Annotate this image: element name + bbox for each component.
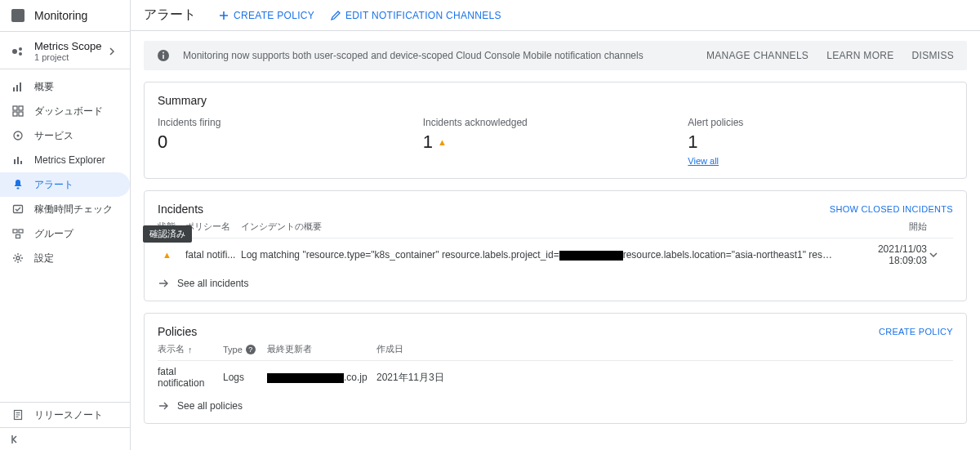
- redacted-text: [267, 373, 344, 383]
- overview-icon: [11, 81, 24, 92]
- pencil-icon: [331, 11, 341, 20]
- state-tooltip: 確認済み: [143, 225, 192, 243]
- incident-summary: Log matching "resource.type="k8s_contain…: [241, 249, 837, 261]
- policies-table-header: 表示名↑ Type? 最終更新者 作成日: [158, 338, 953, 361]
- groups-icon: [11, 228, 24, 239]
- nav-label: ダッシュボード: [34, 105, 103, 118]
- svg-rect-15: [17, 188, 20, 189]
- sidebar-item-alerting[interactable]: アラート: [0, 172, 130, 197]
- see-all-incidents-link[interactable]: See all incidents: [158, 271, 953, 289]
- svg-rect-23: [163, 55, 164, 59]
- learn-more-link[interactable]: LEARN MORE: [826, 50, 893, 61]
- nav-label: 概要: [34, 80, 54, 94]
- nav-label: 設定: [34, 252, 54, 265]
- sidebar: Monitoring Metrics Scope 1 project 概要 ダッ…: [0, 0, 131, 450]
- nav-label: アラート: [34, 178, 74, 192]
- gear-icon: [11, 252, 24, 264]
- svg-rect-7: [19, 106, 23, 110]
- page-toolbar: アラート CREATE POLICY EDIT NOTIFICATION CHA…: [131, 0, 980, 31]
- svg-point-11: [17, 135, 20, 137]
- incidents-table-header: 状態 ポリシー名 インシデントの概要 開始: [158, 216, 953, 238]
- warning-icon: ▲: [438, 137, 447, 147]
- sidebar-item-overview[interactable]: 概要: [0, 74, 130, 99]
- incident-policy-name: fatal notifi...: [185, 249, 241, 261]
- product-header: Monitoring: [0, 0, 130, 31]
- scope-subtitle: 1 project: [34, 52, 101, 62]
- svg-point-1: [19, 47, 22, 51]
- svg-rect-9: [19, 112, 23, 116]
- uptime-icon: [11, 203, 24, 215]
- chevron-right-icon: [105, 45, 118, 58]
- sort-asc-icon[interactable]: ↑: [188, 345, 193, 354]
- warning-icon: ▲: [163, 250, 172, 260]
- stat-incidents-acknowledged: Incidents acknowledged 1▲: [423, 117, 688, 167]
- policies-title: Policies: [158, 325, 197, 338]
- banner-message: Monitoring now supports both user-scoped…: [183, 50, 644, 61]
- policy-row[interactable]: fatal notification Logs .co.jp 2021年11月3…: [158, 361, 953, 394]
- svg-rect-12: [14, 159, 16, 164]
- svg-rect-8: [13, 112, 17, 116]
- incident-row[interactable]: ▲ fatal notifi... Log matching "resource…: [158, 238, 953, 271]
- svg-point-24: [163, 52, 164, 54]
- nav-label: サービス: [34, 129, 74, 143]
- product-name: Monitoring: [34, 9, 87, 22]
- nav: 概要 ダッシュボード サービス Metrics Explorer アラート 稼働…: [0, 69, 130, 270]
- collapse-sidebar-button[interactable]: [5, 430, 24, 449]
- policy-modifier: .co.jp: [267, 372, 376, 383]
- policies-card: Policies CREATE POLICY 表示名↑ Type? 最終更新者 …: [144, 313, 967, 424]
- help-icon[interactable]: ?: [246, 345, 256, 354]
- page-title: アラート: [144, 7, 196, 24]
- plus-icon: [219, 11, 229, 20]
- svg-point-0: [12, 49, 17, 54]
- svg-rect-13: [17, 157, 19, 164]
- sidebar-item-release-notes[interactable]: リリースノート: [0, 403, 130, 427]
- sidebar-item-settings[interactable]: 設定: [0, 246, 130, 270]
- dashboard-icon: [11, 105, 24, 117]
- stat-alert-policies: Alert policies 1 View all: [688, 117, 953, 167]
- nav-label: リリースノート: [34, 408, 103, 422]
- monitoring-logo-icon: [11, 9, 24, 22]
- svg-rect-17: [13, 229, 17, 233]
- policy-name: fatal notification: [158, 366, 223, 389]
- redacted-text: [559, 251, 623, 261]
- sidebar-item-services[interactable]: サービス: [0, 123, 130, 148]
- dismiss-banner-button[interactable]: DISMISS: [912, 50, 954, 61]
- services-icon: [11, 130, 24, 141]
- arrow-right-icon: [158, 400, 169, 412]
- svg-rect-6: [13, 106, 17, 110]
- sidebar-item-groups[interactable]: グループ: [0, 221, 130, 246]
- view-all-policies-link[interactable]: View all: [688, 156, 719, 166]
- policy-created-date: 2021年11月3日: [376, 371, 953, 385]
- svg-rect-4: [16, 85, 18, 91]
- arrow-right-icon: [158, 278, 169, 289]
- policy-type: Logs: [223, 372, 267, 383]
- scope-icon: [11, 45, 24, 58]
- scope-title: Metrics Scope: [34, 40, 101, 52]
- bell-icon: [11, 179, 24, 190]
- show-closed-incidents-link[interactable]: SHOW CLOSED INCIDENTS: [830, 204, 953, 214]
- incidents-card: Incidents SHOW CLOSED INCIDENTS 状態 ポリシー名…: [144, 190, 967, 301]
- create-policy-link[interactable]: CREATE POLICY: [879, 327, 953, 336]
- nav-label: グループ: [34, 227, 74, 241]
- nav-label: Metrics Explorer: [34, 154, 105, 166]
- sidebar-item-metrics-explorer[interactable]: Metrics Explorer: [0, 148, 130, 172]
- svg-rect-5: [20, 82, 21, 91]
- metrics-icon: [11, 154, 24, 166]
- see-all-policies-link[interactable]: See all policies: [158, 394, 953, 412]
- svg-rect-14: [20, 161, 22, 164]
- svg-rect-19: [16, 235, 20, 238]
- sidebar-item-uptime[interactable]: 稼働時間チェック: [0, 197, 130, 221]
- sidebar-item-dashboards[interactable]: ダッシュボード: [0, 99, 130, 123]
- incident-started: 2021/11/03 18:09:03: [837, 243, 927, 266]
- svg-rect-18: [19, 229, 23, 233]
- svg-rect-3: [13, 87, 15, 91]
- manage-channels-link[interactable]: MANAGE CHANNELS: [706, 50, 808, 61]
- summary-title: Summary: [158, 94, 953, 107]
- create-policy-button[interactable]: CREATE POLICY: [219, 10, 314, 21]
- expand-row-button[interactable]: [927, 248, 953, 261]
- metrics-scope-selector[interactable]: Metrics Scope 1 project: [0, 31, 130, 69]
- svg-point-2: [19, 52, 22, 56]
- edit-channels-button[interactable]: EDIT NOTIFICATION CHANNELS: [331, 10, 501, 21]
- summary-card: Summary Incidents firing 0 Incidents ack…: [144, 82, 967, 179]
- svg-point-20: [16, 256, 20, 260]
